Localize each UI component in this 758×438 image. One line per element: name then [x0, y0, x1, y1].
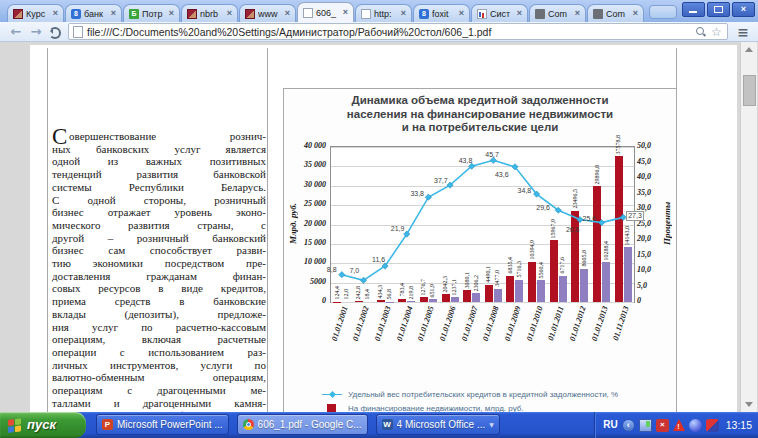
y-right-tick: 35,0	[637, 188, 663, 197]
tab-close-icon[interactable]: ×	[457, 9, 466, 18]
browser-tab[interactable]: 8foxit×	[413, 4, 470, 22]
line-value-label: 25,6	[583, 215, 597, 223]
task-buttons: PMicrosoft PowerPoint ...606_1.pdf - Goo…	[96, 414, 500, 435]
tab-close-icon[interactable]: ×	[109, 9, 118, 18]
close-button[interactable]: ×	[732, 2, 755, 17]
bookmark-star-icon[interactable]: ☆	[711, 26, 723, 38]
line-value-label: 7,0	[349, 267, 359, 275]
back-icon[interactable]: ←	[6, 24, 26, 40]
tabs-container: Курс×8банк×БПотр×nbrb×www×606_×http:×8fo…	[7, 0, 677, 22]
tab-title: www	[258, 9, 283, 19]
menu-icon[interactable]: ≡	[734, 25, 752, 39]
green-tab-icon: Б	[129, 9, 139, 19]
scrollbar[interactable]	[740, 42, 757, 412]
text-line: С одной стороны, розничный	[52, 194, 266, 207]
legend-label: Удельный вес потребительских кредитов в …	[348, 390, 618, 399]
new-tab-button[interactable]	[649, 5, 677, 19]
office-icon: W	[382, 419, 393, 430]
gridline	[331, 302, 634, 303]
nbrb-tab-icon	[245, 9, 255, 19]
taskbar-button[interactable]: 606_1.pdf - Google C...	[237, 414, 368, 435]
tab-title: Сист	[490, 9, 515, 19]
tray-app-icon[interactable]	[689, 419, 702, 432]
tab-close-icon[interactable]: ×	[283, 9, 292, 18]
line-value-label: 26,6	[566, 226, 580, 234]
tray-network-icon[interactable]	[639, 419, 652, 432]
text-line: совых ресурсов в виде кредитов,	[52, 282, 266, 295]
line-value-label: 33,8	[410, 190, 424, 198]
taskbar-button[interactable]: PMicrosoft PowerPoint ...	[96, 414, 229, 435]
browser-tab[interactable]: Сист×	[471, 4, 528, 22]
y-right-tick: 40,0	[637, 172, 663, 181]
line-value-label: 34,8	[518, 187, 532, 195]
tab-title: http:	[374, 9, 399, 19]
restore-button[interactable]	[707, 2, 730, 17]
windows-logo-icon	[8, 418, 22, 432]
y-right-tick: 15,0	[637, 250, 663, 259]
tray-disconnect-icon[interactable]: ×	[656, 419, 669, 432]
text-line: мического развития страны, с	[52, 219, 266, 232]
browser-tab[interactable]: Com×	[587, 4, 644, 22]
tab-close-icon[interactable]: ×	[631, 9, 640, 18]
tab-close-icon[interactable]: ×	[167, 9, 176, 18]
browser-tab[interactable]: nbrb×	[181, 4, 238, 22]
tab-close-icon[interactable]: ×	[515, 9, 524, 18]
text-line: ния услуг по расчетно-кассовым	[52, 321, 266, 334]
scroll-down-icon[interactable]	[745, 402, 753, 407]
line-value-label: 45,7	[485, 151, 499, 159]
legend-item: Удельный вес потребительских кредитов в …	[322, 387, 618, 401]
line-value-label: 43,6	[495, 171, 509, 179]
tab-close-icon[interactable]: ×	[399, 9, 408, 18]
article-paragraph: овершенствование рознич-ных банковских у…	[52, 130, 266, 438]
tab-title: Com	[606, 9, 631, 19]
consumer-share-line	[331, 147, 634, 302]
text-line: тенденций развития банковской	[52, 168, 266, 181]
text-line: другой – розничный банковский	[52, 232, 266, 245]
tray-warning-icon[interactable]: !	[673, 419, 685, 431]
task-label: 606_1.pdf - Google C...	[258, 419, 362, 431]
chrome-icon	[243, 419, 254, 430]
y-left-tick: 10 000	[288, 257, 326, 266]
language-indicator[interactable]: RU	[603, 419, 617, 431]
address-bar[interactable]: file:///C:/Documents%20and%20Settings/Ад…	[68, 23, 728, 40]
nbrb-tab-icon	[187, 9, 197, 19]
tab-close-icon[interactable]: ×	[225, 9, 234, 18]
screen: Курс×8банк×БПотр×nbrb×www×606_×http:×8fo…	[0, 0, 758, 438]
minimize-icon	[689, 11, 697, 13]
text-line: вклады (депозиты), предложе-	[52, 308, 266, 321]
forward-icon[interactable]: →	[26, 24, 46, 40]
minimize-button[interactable]	[682, 2, 705, 17]
scroll-thumb[interactable]	[743, 75, 756, 106]
tab-title: Com	[548, 9, 573, 19]
scroll-up-icon[interactable]	[745, 47, 753, 52]
browser-tab[interactable]: http:×	[355, 4, 412, 22]
tab-close-icon[interactable]: ×	[341, 8, 350, 17]
figure-box: Динамика объема кредитной задолженности …	[283, 88, 677, 438]
tab-close-icon[interactable]: ×	[573, 9, 582, 18]
text-line: ных банковских услуг является	[52, 143, 266, 156]
tray-chevron-icon[interactable]: ‹	[622, 419, 635, 432]
browser-tab[interactable]: 8банк×	[65, 4, 122, 22]
stat-tab-icon	[477, 9, 487, 19]
text-line: бизнес отражает уровень эконо-	[52, 206, 266, 219]
y-right-tick: 45,0	[637, 157, 663, 166]
browser-tab[interactable]: Com×	[529, 4, 586, 22]
start-label: пуск	[27, 418, 56, 432]
tab-close-icon[interactable]: ×	[51, 9, 60, 18]
zoom-magnifier-icon[interactable]	[695, 26, 707, 38]
line-value-label: 21,9	[391, 225, 405, 233]
taskbar-button[interactable]: W4 Microsoft Office ...▼	[376, 414, 500, 435]
y-left-tick: 40 000	[288, 141, 326, 150]
line-marker	[339, 272, 345, 278]
url-text[interactable]: file:///C:/Documents%20and%20Settings/Ад…	[87, 26, 695, 38]
browser-tab[interactable]: БПотр×	[123, 4, 180, 22]
browser-tab[interactable]: 606_×	[297, 2, 354, 22]
tray-antivirus-icon[interactable]	[706, 419, 719, 432]
browser-tab[interactable]: Курс×	[7, 4, 64, 22]
browser-tab[interactable]: www×	[239, 4, 296, 22]
y-right-tick: 20,0	[637, 234, 663, 243]
text-line: приема средств в банковские	[52, 295, 266, 308]
start-button[interactable]: пуск	[0, 412, 86, 438]
column-rule-right	[267, 48, 268, 412]
reload-icon[interactable]	[46, 24, 62, 40]
